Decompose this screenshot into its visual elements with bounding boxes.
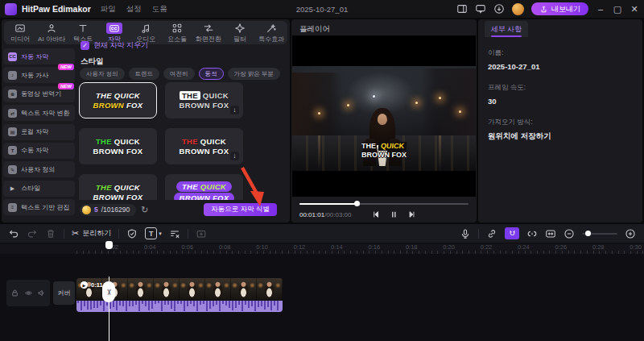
subtitle-style-card-6[interactable]: THE QUICKBROWN FOX [165, 174, 243, 200]
menu-item-1[interactable]: 설정 [126, 4, 142, 15]
lamp-reflection [439, 135, 441, 171]
playhead-pin[interactable] [105, 241, 113, 249]
sidebar-item-label: 텍스트 자막 변환 [21, 109, 69, 118]
sidebar-item-auto-subtitle[interactable]: CC자동 자막 [3, 48, 75, 64]
details-fields: 이름:2025-10-27_01프레임 속도:30가져오기 방식:원위치에 저장… [488, 48, 551, 154]
text-edit-icon: ≡ [8, 203, 17, 212]
subtitle-style-card-3[interactable]: THE QUICKBROWN FOX [79, 128, 157, 164]
subtitle-style-card-1[interactable]: THE QUICKBROWN FOX [79, 82, 157, 119]
audio-icon [138, 23, 154, 34]
waveform-bar [274, 301, 275, 306]
waveform-bar [261, 301, 262, 306]
lock-track-icon[interactable] [10, 289, 19, 297]
download-icon[interactable] [493, 3, 505, 15]
sidebar-item-video-translator[interactable]: ⊕동영상 번역기NEW [3, 86, 75, 102]
redo-icon[interactable] [27, 228, 38, 239]
elements-icon [169, 23, 185, 34]
sidebar-item-text-edit[interactable]: ≡텍스트 기반 편집 [3, 199, 75, 215]
clear-current-subtitle-row[interactable]: ✓ 현재 자막 지우기 [80, 40, 148, 51]
player-panel-title: 플레이어 [299, 24, 330, 35]
waveform-bar [177, 301, 179, 304]
sidebar-item-auto-lyrics[interactable]: ♪자동 가사NEW [3, 67, 75, 83]
add-keyframe-icon[interactable] [196, 228, 207, 239]
style-card-text-line: BROWN FOX [180, 101, 229, 110]
checkbox-checked-icon[interactable]: ✓ [80, 41, 89, 50]
credits-counter: 5/1016290 [80, 204, 136, 216]
export-icon [539, 5, 548, 14]
waveform-bar [164, 301, 166, 305]
project-title: 2025-10-27_01 [296, 5, 348, 14]
style-card-text-segment: QUICK [198, 137, 226, 146]
ruler-tick-label: 0:14 [325, 243, 348, 251]
clip-thumbnail [154, 278, 180, 301]
unlink-clips-icon[interactable] [526, 228, 538, 239]
subtitle-style-card-5[interactable]: THE QUICKBROWN FOX [79, 174, 157, 200]
subtitle-style-card-2[interactable]: THE QUICKBROWN FOX↓ [165, 82, 243, 119]
next-frame-button[interactable] [407, 210, 416, 219]
playback-progress-bar[interactable] [299, 202, 469, 206]
style-filter-chip-0[interactable]: 사용자 정의 [80, 68, 125, 80]
style-filter-chip-2[interactable]: 여전히 [163, 68, 195, 80]
subtitle-batch-delete-icon[interactable] [169, 228, 180, 239]
zoom-slider-knob[interactable] [585, 231, 591, 236]
sidebar-item-manual-subtitle[interactable]: T수동 자막 [3, 143, 75, 159]
layout-panel-icon[interactable] [456, 3, 468, 15]
download-style-icon[interactable]: ↓ [230, 152, 239, 160]
fit-timeline-icon[interactable] [545, 228, 556, 239]
waveform-bar [155, 301, 156, 304]
menu-item-2[interactable]: 도움 [152, 4, 167, 15]
playhead-scissors-handle[interactable]: ✂ [102, 281, 115, 302]
title-bar: HitPaw Edimakor 파일설정도움 2025-10-27_01 내보내… [0, 0, 644, 18]
menu-item-0[interactable]: 파일 [101, 4, 116, 15]
delete-icon[interactable] [45, 228, 56, 239]
split-button[interactable]: ✂ 분리하기 [72, 228, 111, 239]
waveform-bar [200, 301, 201, 305]
style-filter-chip-1[interactable]: 트렌드 [129, 68, 160, 80]
sidebar-item-label: 사용자 정의 [21, 165, 55, 174]
hide-track-icon[interactable] [24, 289, 33, 297]
pause-button[interactable] [389, 210, 398, 219]
video-preview: THEQUICK BROWN FOX [292, 66, 476, 171]
undo-icon[interactable] [8, 228, 19, 239]
previous-frame-button[interactable] [371, 210, 381, 219]
style-filter-chip-4[interactable]: 가장 밝은 부분 [228, 68, 280, 80]
timeline-zoom-slider[interactable] [582, 230, 617, 238]
timeline-toolbar: ✂ 분리하기 T ▾ [0, 224, 644, 243]
local-subtitle-icon: ▤ [8, 127, 17, 136]
waveform-bar [190, 301, 192, 304]
shield-marker-icon[interactable] [126, 228, 138, 239]
cover-button[interactable]: 커버 [53, 281, 75, 305]
waveform-bar [242, 301, 243, 311]
feedback-icon[interactable] [475, 3, 486, 15]
mute-track-icon[interactable] [37, 289, 46, 297]
style-filter-chip-3[interactable]: 동적 [199, 68, 224, 80]
ribbon-tab-ai-avatar[interactable]: AI 아바타 [38, 23, 65, 44]
style-card-text-line: THE QUICK [180, 91, 229, 100]
auto-detect-subtitle-button[interactable]: 자동으로 자막 식별 [204, 203, 277, 216]
waveform-bar [232, 301, 233, 310]
caption-word-quick: QUICK [378, 142, 407, 151]
sidebar-item-text-convert[interactable]: ⇄텍스트 자막 변환 [3, 105, 75, 121]
maximize-button[interactable]: ▢ [613, 4, 622, 15]
record-voiceover-icon[interactable] [460, 228, 471, 239]
link-clips-icon[interactable] [486, 228, 497, 239]
sidebar-item-custom[interactable]: ✎사용자 정의 [3, 161, 75, 177]
tab-details[interactable]: 세부 사항 [485, 21, 528, 37]
minimize-button[interactable]: – [596, 4, 605, 14]
ribbon-tab-media[interactable]: 미디어 [6, 23, 34, 44]
refresh-icon[interactable]: ↻ [141, 205, 148, 215]
close-button[interactable]: ✕ [630, 4, 639, 15]
zoom-out-icon[interactable] [564, 228, 575, 239]
sidebar-item-expand-arrow[interactable]: ▶스타일 [3, 181, 75, 197]
text-tool-button[interactable]: T ▾ [145, 227, 162, 239]
timeline-ruler[interactable]: 0:020:040:060:080:100:120:140:160:180:20… [76, 243, 644, 254]
export-button[interactable]: 내보내기 [531, 2, 588, 15]
user-avatar[interactable] [512, 3, 524, 15]
snap-toggle-button[interactable] [505, 227, 519, 239]
sidebar-item-local-subtitle[interactable]: ▤로컬 자막 [3, 124, 75, 140]
download-style-icon[interactable]: ↓ [230, 106, 239, 114]
progress-fill [299, 203, 357, 205]
zoom-in-icon[interactable] [625, 228, 636, 239]
subtitle-style-card-4[interactable]: THE QUICKBROWN FOX↓ [165, 128, 243, 164]
progress-knob[interactable] [354, 201, 360, 206]
